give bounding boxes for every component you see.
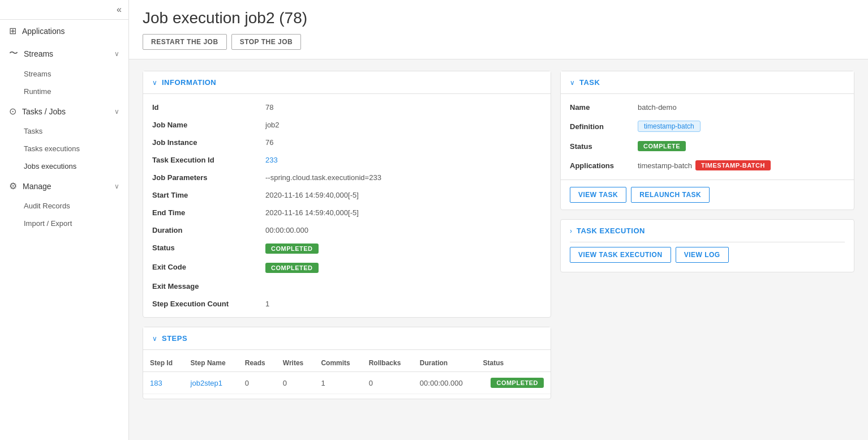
info-row-id: Id 78 <box>143 99 551 116</box>
collapse-icon: « <box>117 5 122 15</box>
sidebar-item-jobs-executions[interactable]: Jobs executions <box>0 157 128 175</box>
step-name-cell[interactable]: job2step1 <box>184 372 238 394</box>
sidebar-item-tasks-jobs[interactable]: ⊙ Tasks / Jobs ∨ <box>0 100 128 122</box>
main-content: Job execution job2 (78) RESTART THE JOB … <box>129 0 868 440</box>
table-row: 183 job2step1 0 0 1 0 00:00:00.000 COMPL… <box>143 372 551 394</box>
tasks-jobs-chevron-icon: ∨ <box>114 108 119 116</box>
value-duration: 00:00:00.000 <box>265 226 542 234</box>
restart-job-button[interactable]: RESTART THE JOB <box>143 34 227 50</box>
label-job-params: Job Parameters <box>152 173 265 182</box>
sidebar-item-manage[interactable]: ⚙ Manage ∨ <box>0 175 128 197</box>
label-job-name: Job Name <box>152 121 265 129</box>
task-execution-card: › TASK EXECUTION VIEW TASK EXECUTION VIE… <box>560 219 854 272</box>
value-step-count: 1 <box>265 300 542 308</box>
task-chevron-icon: ∨ <box>570 79 575 87</box>
task-exec-chevron-icon: › <box>570 227 572 235</box>
sidebar-label-streams-sub: Streams <box>24 70 51 78</box>
steps-chevron-icon: ∨ <box>152 335 157 343</box>
sidebar-item-tasks-executions[interactable]: Tasks executions <box>0 140 128 157</box>
label-id: Id <box>152 103 265 112</box>
sidebar-label-applications: Applications <box>22 27 65 36</box>
step-commits-cell: 1 <box>314 372 362 394</box>
sidebar-label-tasks-jobs: Tasks / Jobs <box>22 107 66 116</box>
sidebar: « ⊞ Applications 〜 Streams ∨ Streams Run… <box>0 0 129 440</box>
info-row-end-time: End Time 2020-11-16 14:59:40,000[-5] <box>143 204 551 221</box>
label-exit-code: Exit Code <box>152 263 265 271</box>
information-title: INFORMATION <box>162 78 216 87</box>
label-step-count: Step Execution Count <box>152 300 265 308</box>
information-chevron-icon: ∨ <box>152 79 157 87</box>
view-task-button[interactable]: VIEW TASK <box>570 187 626 203</box>
sidebar-item-tasks[interactable]: Tasks <box>0 122 128 140</box>
exit-code-badge: COMPLETED <box>265 263 319 273</box>
value-job-name: job2 <box>265 121 542 129</box>
relaunch-task-button[interactable]: RELAUNCH TASK <box>631 187 710 203</box>
tasks-jobs-icon: ⊙ <box>9 106 16 117</box>
info-row-job-name: Job Name job2 <box>143 116 551 134</box>
task-value-name: batch-demo <box>638 103 677 112</box>
manage-chevron-icon: ∨ <box>114 182 119 190</box>
stop-job-button[interactable]: STOP THE JOB <box>231 34 302 50</box>
value-id: 78 <box>265 103 542 112</box>
value-start-time: 2020-11-16 14:59:40,000[-5] <box>265 191 542 199</box>
task-app-name: timestamp-batch <box>638 161 692 170</box>
sidebar-label-jobs-executions: Jobs executions <box>24 162 76 170</box>
right-panel: ∨ TASK Name batch-demo Definition timest… <box>560 71 854 399</box>
sidebar-item-audit-records[interactable]: Audit Records <box>0 197 128 215</box>
col-step-id: Step Id <box>143 354 184 372</box>
col-duration: Duration <box>413 354 476 372</box>
steps-title: STEPS <box>162 334 187 343</box>
info-row-status: Status COMPLETED <box>143 239 551 258</box>
value-job-params: --spring.cloud.task.executionid=233 <box>265 173 542 182</box>
sidebar-label-manage: Manage <box>23 182 51 191</box>
label-status: Status <box>152 244 265 252</box>
col-reads: Reads <box>238 354 276 372</box>
information-card: ∨ INFORMATION Id 78 Job Name job2 Job In… <box>143 71 551 318</box>
information-table: Id 78 Job Name job2 Job Instance 76 Task… <box>143 94 551 317</box>
label-job-instance: Job Instance <box>152 138 265 147</box>
value-task-exec-id[interactable]: 233 <box>265 156 542 164</box>
sidebar-label-audit-records: Audit Records <box>24 202 70 210</box>
step-id-cell[interactable]: 183 <box>143 372 184 394</box>
page-header: Job execution job2 (78) RESTART THE JOB … <box>129 0 868 59</box>
task-row-applications: Applications timestamp-batch TIMESTAMP-B… <box>561 156 854 175</box>
label-task-exec-id: Task Execution Id <box>152 156 265 164</box>
manage-icon: ⚙ <box>9 181 17 191</box>
label-start-time: Start Time <box>152 191 265 199</box>
step-rollbacks-cell: 0 <box>362 372 413 394</box>
streams-icon: 〜 <box>9 48 18 59</box>
sidebar-label-import-export: Import / Export <box>24 219 72 228</box>
task-exec-action-buttons: VIEW TASK EXECUTION VIEW LOG <box>561 242 854 272</box>
info-row-step-count: Step Execution Count 1 <box>143 295 551 313</box>
info-row-start-time: Start Time 2020-11-16 14:59:40,000[-5] <box>143 186 551 204</box>
task-app-badge: TIMESTAMP-BATCH <box>695 160 771 170</box>
task-exec-title: TASK EXECUTION <box>577 227 645 235</box>
sidebar-item-import-export[interactable]: Import / Export <box>0 215 128 232</box>
col-commits: Commits <box>314 354 362 372</box>
step-writes-cell: 0 <box>276 372 315 394</box>
info-row-job-instance: Job Instance 76 <box>143 134 551 151</box>
task-card: ∨ TASK Name batch-demo Definition timest… <box>560 71 854 210</box>
information-card-header: ∨ INFORMATION <box>143 71 551 94</box>
col-writes: Writes <box>276 354 315 372</box>
view-log-button[interactable]: VIEW LOG <box>676 247 729 263</box>
sidebar-item-applications[interactable]: ⊞ Applications <box>0 20 128 42</box>
info-row-job-params: Job Parameters --spring.cloud.task.execu… <box>143 169 551 186</box>
task-label-definition: Definition <box>570 122 638 131</box>
col-step-name: Step Name <box>184 354 238 372</box>
status-badge: COMPLETED <box>265 244 319 254</box>
sidebar-item-streams[interactable]: 〜 Streams ∨ <box>0 42 128 65</box>
sidebar-item-streams-sub[interactable]: Streams <box>0 65 128 83</box>
info-row-exit-message: Exit Message <box>143 277 551 295</box>
task-row-status: Status COMPLETE <box>561 136 854 156</box>
view-task-execution-button[interactable]: VIEW TASK EXECUTION <box>570 247 671 263</box>
applications-icon: ⊞ <box>9 25 16 36</box>
label-exit-message: Exit Message <box>152 282 265 291</box>
sidebar-collapse-button[interactable]: « <box>0 0 128 20</box>
task-status-badge: COMPLETE <box>638 141 686 151</box>
task-exec-header: › TASK EXECUTION <box>561 220 854 242</box>
task-action-buttons: VIEW TASK RELAUNCH TASK <box>561 180 854 210</box>
info-row-task-exec-id: Task Execution Id 233 <box>143 151 551 169</box>
sidebar-item-runtime[interactable]: Runtime <box>0 83 128 100</box>
info-row-duration: Duration 00:00:00.000 <box>143 221 551 239</box>
